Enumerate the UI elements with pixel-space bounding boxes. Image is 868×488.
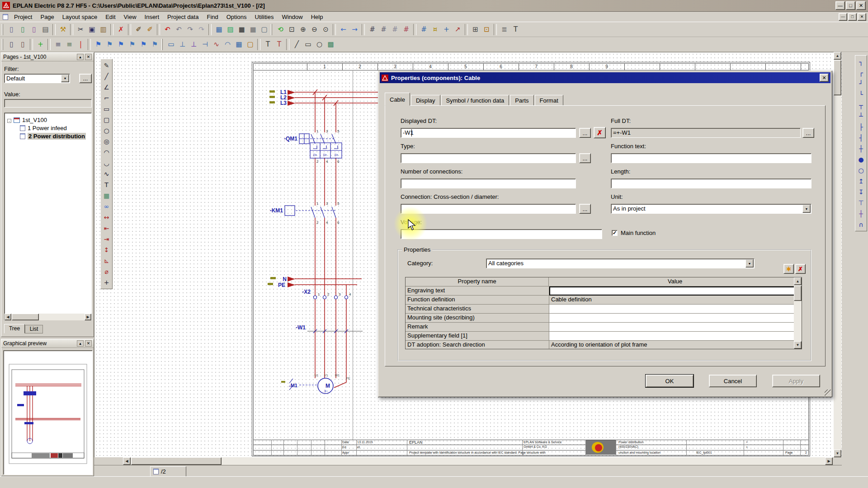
dimension-datum-icon[interactable]: ⇥ (101, 234, 112, 244)
parts-list-icon[interactable]: ≣ (499, 24, 510, 35)
page-navigator-icon[interactable]: ▯ (6, 39, 17, 50)
tab-parts[interactable]: Parts (510, 95, 533, 106)
jumper-icon[interactable]: ∩ (856, 219, 866, 230)
arc-tool-icon[interactable]: ◠ (101, 147, 112, 158)
shield-icon[interactable]: ◠ (222, 39, 233, 50)
type-input[interactable] (401, 153, 576, 163)
dialog-close-button[interactable]: ✕ (820, 74, 829, 82)
polyline-tool-icon[interactable]: ⌐ (101, 93, 112, 103)
forward-icon[interactable]: → (349, 24, 360, 35)
copy-icon[interactable]: ▣ (86, 24, 98, 35)
maximize-button[interactable]: □ (846, 1, 855, 10)
dimension-chain-icon[interactable]: ⇤ (101, 223, 112, 234)
tree-collapse-icon[interactable]: - (7, 119, 11, 123)
child-minimize-button[interactable]: — (839, 13, 847, 21)
connection-cross-icon[interactable]: ┼ (856, 143, 866, 154)
workspace-icon[interactable]: ▦ (213, 24, 225, 35)
page-gray-icon[interactable]: ■ (247, 24, 259, 35)
menu-options[interactable]: Options (222, 12, 251, 22)
construction-line-icon[interactable]: + (101, 277, 112, 288)
menu-project-data[interactable]: Project data (163, 12, 203, 22)
snap-icon[interactable]: ¤ (429, 24, 441, 35)
scroll-left-icon[interactable]: ◀ (5, 314, 11, 320)
device-navigator-icon[interactable]: ≡ (52, 39, 64, 50)
panel-collapse-icon[interactable]: ▴ (77, 340, 84, 347)
numbering-icon[interactable]: ≡ (64, 39, 75, 50)
insert-symbol-icon[interactable]: ⚑ (93, 39, 104, 50)
column-header-value[interactable]: Value (549, 277, 802, 286)
potential-icon[interactable]: ⊤ (856, 197, 866, 208)
minimize-button[interactable]: — (835, 1, 845, 10)
grid-display-icon[interactable]: # (367, 24, 378, 35)
delete-dt-button[interactable]: ✗ (594, 127, 606, 138)
ellipse-tool-icon[interactable]: ◎ (101, 136, 112, 147)
terminal-strip-icon[interactable]: ⊥ (177, 39, 188, 50)
scroll-right-icon[interactable]: ▶ (825, 457, 833, 465)
connection-corner-dr-icon[interactable]: ┌ (856, 67, 866, 78)
device-box-icon[interactable]: ▭ (165, 39, 177, 50)
type-browse-button[interactable]: ... (579, 153, 591, 163)
zoom-out-icon[interactable]: ⊖ (309, 24, 320, 35)
path-function-text-icon[interactable]: T (274, 39, 285, 50)
scroll-up-icon[interactable]: ▲ (794, 277, 802, 285)
value-field[interactable] (4, 99, 92, 108)
snap-grid-icon[interactable]: # (418, 24, 429, 35)
text-icon[interactable]: T (262, 39, 274, 50)
connection-corner-ur-icon[interactable]: └ (856, 89, 866, 100)
object-snap-icon[interactable]: + (441, 24, 452, 35)
format-paint-icon[interactable]: ✐ (133, 24, 144, 35)
spline-tool-icon[interactable]: ∿ (101, 169, 112, 179)
displayed-dt-browse-button[interactable]: ... (579, 128, 591, 138)
chevron-down-icon[interactable]: ▼ (802, 205, 811, 213)
length-input[interactable] (611, 178, 811, 188)
tab-format[interactable]: Format (535, 95, 563, 106)
properties-table[interactable]: Property nameValue Engraving text Functi… (405, 277, 802, 349)
dimension-tool-icon[interactable]: ↔ (101, 212, 112, 223)
connection-splice-icon[interactable]: ┼ (856, 208, 866, 219)
hyperlink-tool-icon[interactable]: ∞ (101, 201, 112, 212)
tab-display[interactable]: Display (411, 95, 440, 106)
menu-page[interactable]: Page (36, 12, 58, 22)
ok-button[interactable]: OK (646, 375, 693, 387)
redo-icon[interactable]: ↷ (184, 24, 196, 35)
table-row[interactable]: Mounting site (describing) (406, 314, 802, 323)
line-tool-icon[interactable]: ╱ (101, 71, 112, 82)
insert-window-macro-icon[interactable]: ⚑ (115, 39, 127, 50)
terminal-icon[interactable]: ⊥ (188, 39, 199, 50)
cut-icon[interactable]: ✂ (75, 24, 86, 35)
format-copy-icon[interactable]: ✐ (144, 24, 156, 35)
table-row[interactable]: Technical characteristics (406, 305, 802, 314)
settings-wrench-icon[interactable]: ⚒ (57, 24, 69, 35)
displayed-dt-input[interactable]: -W1 (401, 128, 576, 138)
delete-property-button[interactable]: ✗ (795, 264, 806, 274)
new-page-icon[interactable]: ▯ (6, 24, 17, 35)
insert-symbol-multi-icon[interactable]: ⚑ (138, 39, 149, 50)
open-page-icon[interactable]: ▯ (17, 24, 28, 35)
menu-help[interactable]: Help (307, 12, 327, 22)
menu-edit[interactable]: Edit (101, 12, 119, 22)
horizontal-scroll-thumb[interactable] (131, 457, 222, 465)
cable-definition-icon[interactable]: ∿ (211, 39, 222, 50)
connection-node-icon[interactable]: ● (856, 154, 866, 165)
rounded-rectangle-tool-icon[interactable]: ▢ (101, 114, 112, 125)
connection-t-right-icon[interactable]: ├ (856, 122, 866, 132)
cancel-button[interactable]: Cancel (709, 375, 757, 387)
select-area-icon[interactable]: ⊡ (481, 24, 492, 35)
category-dropdown[interactable]: All categories▼ (486, 258, 755, 268)
tab-symbol-function-data[interactable]: Symbol / function data (441, 95, 509, 106)
print-icon[interactable]: ▤ (40, 24, 51, 35)
chevron-down-icon[interactable]: ▼ (745, 259, 754, 267)
child-window-icon[interactable] (3, 14, 8, 20)
close-button[interactable]: ✕ (856, 1, 866, 10)
tab-cable[interactable]: Cable (385, 93, 410, 106)
interruption-point-icon[interactable]: | (75, 39, 86, 50)
rectangle-tool-icon[interactable]: ▭ (101, 103, 112, 114)
page-tab[interactable]: /2 (150, 466, 186, 477)
menu-view[interactable]: View (120, 12, 141, 22)
unit-dropdown[interactable]: As in project▼ (611, 204, 811, 214)
connection-point-icon[interactable]: ○ (856, 165, 866, 176)
tab-tree[interactable]: Tree (4, 324, 25, 333)
tree-item-page-1[interactable]: 1 Power infeed (20, 125, 67, 131)
connection-t-up-icon[interactable]: ┴ (856, 111, 866, 122)
sector-tool-icon[interactable]: ◡ (101, 158, 112, 169)
